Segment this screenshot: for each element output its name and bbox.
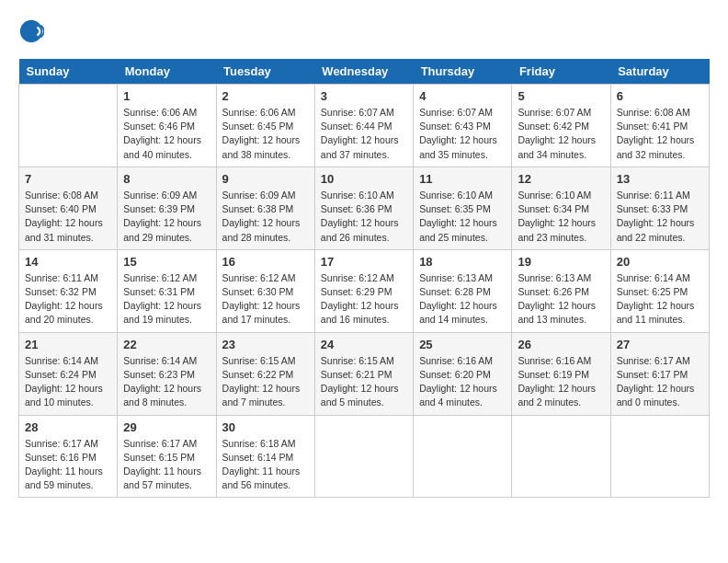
calendar-cell: 5Sunrise: 6:07 AM Sunset: 6:42 PM Daylig… [512, 85, 610, 167]
calendar-cell: 13Sunrise: 6:11 AM Sunset: 6:33 PM Dayli… [610, 167, 709, 249]
date-number: 21 [25, 338, 111, 351]
cell-info: Sunrise: 6:14 AM Sunset: 6:23 PM Dayligh… [123, 354, 210, 410]
cell-info: Sunrise: 6:07 AM Sunset: 6:42 PM Dayligh… [518, 106, 604, 162]
cell-info: Sunrise: 6:17 AM Sunset: 6:17 PM Dayligh… [617, 354, 703, 410]
page-header [18, 18, 710, 44]
cell-info: Sunrise: 6:09 AM Sunset: 6:38 PM Dayligh… [222, 189, 309, 245]
header-row: SundayMondayTuesdayWednesdayThursdayFrid… [19, 59, 710, 85]
calendar-cell: 29Sunrise: 6:17 AM Sunset: 6:15 PM Dayli… [118, 415, 216, 498]
cell-info: Sunrise: 6:15 AM Sunset: 6:22 PM Dayligh… [222, 354, 309, 410]
date-number: 17 [321, 255, 407, 269]
cell-info: Sunrise: 6:08 AM Sunset: 6:40 PM Dayligh… [25, 189, 111, 245]
date-number: 10 [321, 172, 407, 186]
week-row-4: 21Sunrise: 6:14 AM Sunset: 6:24 PM Dayli… [19, 332, 710, 415]
cell-info: Sunrise: 6:11 AM Sunset: 6:33 PM Dayligh… [617, 189, 703, 245]
cell-info: Sunrise: 6:07 AM Sunset: 6:43 PM Dayligh… [419, 106, 506, 162]
cell-info: Sunrise: 6:12 AM Sunset: 6:30 PM Dayligh… [222, 271, 309, 327]
logo [18, 18, 46, 44]
calendar-cell: 19Sunrise: 6:13 AM Sunset: 6:26 PM Dayli… [512, 249, 610, 332]
cell-info: Sunrise: 6:17 AM Sunset: 6:15 PM Dayligh… [123, 437, 210, 493]
calendar-cell [512, 415, 610, 498]
date-number: 8 [123, 172, 210, 186]
calendar-cell [314, 415, 413, 498]
calendar-table: SundayMondayTuesdayWednesdayThursdayFrid… [18, 59, 710, 498]
date-number: 26 [518, 338, 604, 351]
cell-info: Sunrise: 6:15 AM Sunset: 6:21 PM Dayligh… [321, 354, 407, 410]
date-number: 22 [123, 338, 210, 351]
calendar-cell: 12Sunrise: 6:10 AM Sunset: 6:34 PM Dayli… [512, 167, 610, 249]
week-row-2: 7Sunrise: 6:08 AM Sunset: 6:40 PM Daylig… [19, 167, 710, 249]
date-number: 3 [321, 89, 407, 103]
date-number: 13 [617, 172, 703, 186]
cell-info: Sunrise: 6:10 AM Sunset: 6:35 PM Dayligh… [419, 189, 506, 245]
week-row-5: 28Sunrise: 6:17 AM Sunset: 6:16 PM Dayli… [19, 415, 710, 498]
date-number: 15 [123, 255, 210, 269]
calendar-cell: 22Sunrise: 6:14 AM Sunset: 6:23 PM Dayli… [118, 332, 216, 415]
calendar-cell: 16Sunrise: 6:12 AM Sunset: 6:30 PM Dayli… [216, 249, 314, 332]
cell-info: Sunrise: 6:12 AM Sunset: 6:29 PM Dayligh… [321, 271, 407, 327]
date-number: 6 [617, 89, 703, 103]
date-number: 30 [222, 420, 309, 434]
date-number: 4 [419, 89, 506, 103]
calendar-cell: 3Sunrise: 6:07 AM Sunset: 6:44 PM Daylig… [314, 85, 413, 167]
date-number: 18 [419, 255, 506, 269]
date-number: 19 [518, 255, 604, 269]
calendar-cell [19, 85, 118, 167]
cell-info: Sunrise: 6:12 AM Sunset: 6:31 PM Dayligh… [123, 271, 210, 327]
calendar-cell: 25Sunrise: 6:16 AM Sunset: 6:20 PM Dayli… [414, 332, 512, 415]
calendar-cell: 21Sunrise: 6:14 AM Sunset: 6:24 PM Dayli… [19, 332, 118, 415]
calendar-cell: 30Sunrise: 6:18 AM Sunset: 6:14 PM Dayli… [216, 415, 314, 498]
date-number: 25 [419, 338, 506, 351]
cell-info: Sunrise: 6:10 AM Sunset: 6:34 PM Dayligh… [518, 189, 604, 245]
date-number: 9 [222, 172, 309, 186]
calendar-cell [610, 415, 709, 498]
cell-info: Sunrise: 6:08 AM Sunset: 6:41 PM Dayligh… [617, 106, 703, 162]
date-number: 14 [25, 255, 111, 269]
week-row-1: 1Sunrise: 6:06 AM Sunset: 6:46 PM Daylig… [19, 85, 710, 167]
date-number: 16 [222, 255, 309, 269]
calendar-cell: 26Sunrise: 6:16 AM Sunset: 6:19 PM Dayli… [512, 332, 610, 415]
column-header-friday: Friday [512, 59, 610, 85]
cell-info: Sunrise: 6:17 AM Sunset: 6:16 PM Dayligh… [25, 437, 111, 493]
date-number: 2 [222, 89, 309, 103]
date-number: 29 [123, 420, 210, 434]
cell-info: Sunrise: 6:13 AM Sunset: 6:28 PM Dayligh… [419, 271, 506, 327]
column-header-sunday: Sunday [19, 59, 118, 85]
date-number: 7 [25, 172, 111, 186]
calendar-cell: 6Sunrise: 6:08 AM Sunset: 6:41 PM Daylig… [610, 85, 709, 167]
calendar-cell: 20Sunrise: 6:14 AM Sunset: 6:25 PM Dayli… [610, 249, 709, 332]
cell-info: Sunrise: 6:13 AM Sunset: 6:26 PM Dayligh… [518, 271, 604, 327]
calendar-cell: 24Sunrise: 6:15 AM Sunset: 6:21 PM Dayli… [314, 332, 413, 415]
column-header-tuesday: Tuesday [216, 59, 314, 85]
date-number: 12 [518, 172, 604, 186]
calendar-cell: 27Sunrise: 6:17 AM Sunset: 6:17 PM Dayli… [610, 332, 709, 415]
column-header-saturday: Saturday [610, 59, 709, 85]
date-number: 1 [123, 89, 210, 103]
calendar-cell: 9Sunrise: 6:09 AM Sunset: 6:38 PM Daylig… [216, 167, 314, 249]
cell-info: Sunrise: 6:09 AM Sunset: 6:39 PM Dayligh… [123, 189, 210, 245]
cell-info: Sunrise: 6:14 AM Sunset: 6:24 PM Dayligh… [25, 354, 111, 410]
cell-info: Sunrise: 6:16 AM Sunset: 6:20 PM Dayligh… [419, 354, 506, 410]
date-number: 27 [617, 338, 703, 351]
date-number: 5 [518, 89, 604, 103]
cell-info: Sunrise: 6:06 AM Sunset: 6:45 PM Dayligh… [222, 106, 309, 162]
column-header-monday: Monday [118, 59, 216, 85]
calendar-cell: 15Sunrise: 6:12 AM Sunset: 6:31 PM Dayli… [118, 249, 216, 332]
date-number: 11 [419, 172, 506, 186]
calendar-cell: 28Sunrise: 6:17 AM Sunset: 6:16 PM Dayli… [19, 415, 118, 498]
cell-info: Sunrise: 6:10 AM Sunset: 6:36 PM Dayligh… [321, 189, 407, 245]
cell-info: Sunrise: 6:06 AM Sunset: 6:46 PM Dayligh… [123, 106, 210, 162]
column-header-thursday: Thursday [414, 59, 512, 85]
calendar-cell: 7Sunrise: 6:08 AM Sunset: 6:40 PM Daylig… [19, 167, 118, 249]
column-header-wednesday: Wednesday [314, 59, 413, 85]
calendar-cell [414, 415, 512, 498]
calendar-cell: 2Sunrise: 6:06 AM Sunset: 6:45 PM Daylig… [216, 85, 314, 167]
logo-icon [18, 18, 44, 44]
calendar-cell: 11Sunrise: 6:10 AM Sunset: 6:35 PM Dayli… [414, 167, 512, 249]
calendar-cell: 1Sunrise: 6:06 AM Sunset: 6:46 PM Daylig… [118, 85, 216, 167]
date-number: 28 [25, 420, 111, 434]
cell-info: Sunrise: 6:18 AM Sunset: 6:14 PM Dayligh… [222, 437, 309, 493]
cell-info: Sunrise: 6:16 AM Sunset: 6:19 PM Dayligh… [518, 354, 604, 410]
calendar-cell: 4Sunrise: 6:07 AM Sunset: 6:43 PM Daylig… [414, 85, 512, 167]
week-row-3: 14Sunrise: 6:11 AM Sunset: 6:32 PM Dayli… [19, 249, 710, 332]
